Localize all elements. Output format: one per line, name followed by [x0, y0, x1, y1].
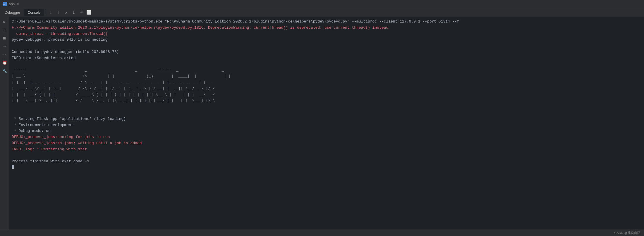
sidebar-icon-step-over[interactable]: →: [1, 43, 8, 50]
sidebar-icon-clock[interactable]: ⏰: [1, 59, 8, 67]
console-line: * Serving Flask app 'applications' (lazy…: [12, 116, 642, 122]
console-line: INFO:start:Scheduler started: [12, 55, 642, 61]
console-line: |_| \___| \__,_|_| /_/ \_\__,_|_|\__,_|_…: [12, 98, 642, 104]
sidebar-icon-settings[interactable]: 🔧: [1, 67, 8, 75]
tab-console[interactable]: Console: [24, 9, 44, 16]
sidebar-icon-run[interactable]: ▶: [1, 18, 8, 26]
console-line: DEBUG:_process_jobs:Looking for jobs to …: [12, 134, 642, 140]
title-bar: a app ×: [0, 0, 644, 8]
console-line: INFO:_log: * Restarting with stat: [12, 147, 642, 153]
sidebar-icon-step-into[interactable]: ↩: [1, 51, 8, 58]
toolbar-separator-1: [46, 10, 46, 15]
toolbar-btn-2[interactable]: ↑: [55, 9, 62, 16]
console-line: * Debug mode: on: [12, 128, 642, 134]
console-line: DEBUG:_process_jobs:No jobs; waiting unt…: [12, 140, 642, 147]
main-layout: ▶ ⏸ ⏹ → ↩ ⏰ 🔧 C:\Users\Dell\.virtualenvs…: [0, 17, 644, 230]
console-line: [12, 110, 642, 116]
toolbar-btn-1[interactable]: ↓: [47, 9, 54, 16]
console-line: | __ \ /\ | | (_) | ____| | | |: [12, 73, 642, 80]
left-sidebar: ▶ ⏸ ⏹ → ↩ ⏰ 🔧: [0, 17, 9, 230]
console-line: [12, 61, 642, 68]
console-line: pydev debugger: process 9416 is connecti…: [12, 37, 642, 43]
toolbar-btn-6[interactable]: ⬜: [85, 9, 92, 16]
toolbar: Debugger Console ↓ ↑ ↗ ⤓ ⏎ ⬜: [0, 8, 644, 17]
console-line: * Environment: development: [12, 122, 642, 128]
toolbar-btn-3[interactable]: ↗: [63, 9, 70, 16]
app-icon: a: [2, 2, 7, 6]
console-line: dummy_thread = threading.currentThread(): [12, 31, 642, 37]
console-line: ----- _ _ ------ _ _: [12, 67, 642, 73]
console-line: [12, 43, 642, 49]
toolbar-btn-5[interactable]: ⏎: [78, 9, 85, 16]
console-line: F:\PyCharm Community Edition 2020.2.1\pl…: [12, 25, 642, 31]
console-line: C:\Users\Dell\.virtualenvs\budget-manage…: [12, 19, 642, 25]
console-area[interactable]: C:\Users\Dell\.virtualenvs\budget-manage…: [9, 17, 644, 230]
console-line: [12, 165, 642, 169]
toolbar-btn-4[interactable]: ⤓: [70, 9, 77, 16]
status-bar-text: CSDN @北葵向阳: [614, 231, 640, 235]
console-line: | | | __/ (_| | | / ____ \ (_| | | (_| |…: [12, 92, 642, 98]
console-line: | |__) |__ __ _ _ __ / \ __ | | __ _ __ …: [12, 80, 642, 86]
console-line: [12, 153, 642, 159]
sidebar-icon-pause[interactable]: ⏸: [1, 26, 8, 34]
svg-text:a: a: [3, 3, 5, 6]
sidebar-icon-stop[interactable]: ⏹: [1, 35, 8, 42]
cursor-blink: [12, 165, 14, 169]
close-button[interactable]: ×: [17, 2, 19, 6]
console-line: Process finished with exit code -1: [12, 159, 642, 165]
title-bar-title: app: [9, 2, 15, 6]
tab-debugger[interactable]: Debugger: [1, 9, 24, 16]
console-line: Connected to pydev debugger (build 202.6…: [12, 49, 642, 55]
status-bar: CSDN @北葵向阳: [0, 230, 644, 236]
console-line: | ___/ _ \/ _` | '__| / /\ \ / _` | |/ _…: [12, 86, 642, 92]
console-line: [12, 104, 642, 110]
